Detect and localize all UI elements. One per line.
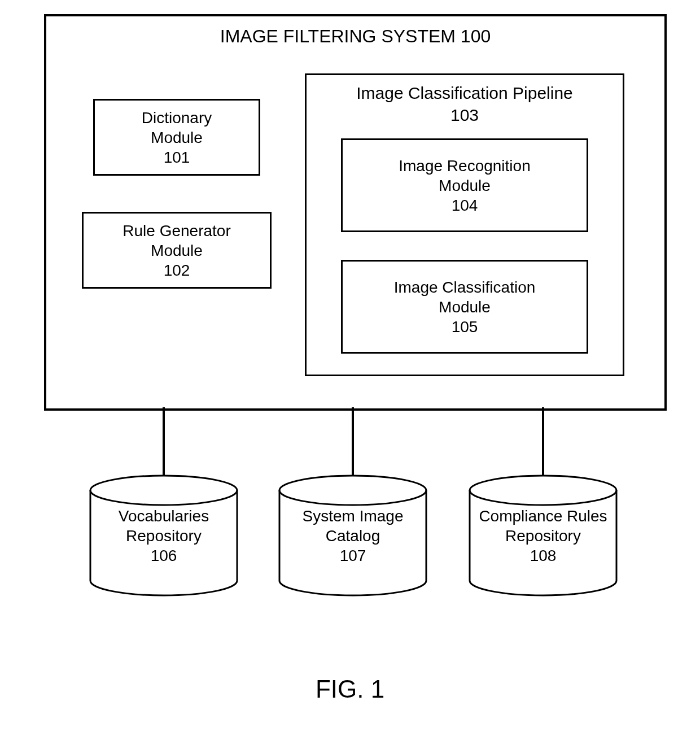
connector-rules — [542, 407, 544, 475]
rules-id: 108 — [530, 547, 557, 564]
recognition-module: Image Recognition Module 104 — [341, 138, 588, 232]
svg-point-1 — [279, 476, 426, 505]
pipeline-title: Image Classification Pipeline 103 — [307, 82, 623, 126]
rules-name: Compliance Rules — [479, 507, 607, 525]
rule-generator-module: Rule Generator Module 102 — [82, 212, 272, 289]
system-title: IMAGE FILTERING SYSTEM 100 — [46, 25, 664, 47]
classification-label: Module — [439, 297, 491, 317]
vocab-name: Vocabularies — [119, 507, 209, 525]
rule-label: Module — [151, 241, 203, 260]
diagram-canvas: IMAGE FILTERING SYSTEM 100 Dictionary Mo… — [0, 0, 700, 753]
dictionary-id: 101 — [164, 147, 190, 167]
rules-type: Repository — [505, 527, 581, 545]
pipeline-name: Image Classification Pipeline — [356, 84, 573, 102]
connector-vocab — [163, 407, 165, 475]
dictionary-name: Dictionary — [142, 108, 212, 128]
rule-id: 102 — [164, 260, 190, 280]
rules-label: Compliance Rules Repository 108 — [464, 506, 622, 565]
classification-module: Image Classification Module 105 — [341, 260, 588, 354]
vocab-repository: Vocabularies Repository 106 — [85, 473, 243, 598]
rule-name: Rule Generator — [123, 221, 230, 241]
connector-catalog — [352, 407, 354, 475]
svg-point-2 — [470, 476, 616, 505]
rules-repository: Compliance Rules Repository 108 — [464, 473, 622, 598]
figure-label: FIG. 1 — [0, 675, 700, 703]
catalog-repository: System Image Catalog 107 — [274, 473, 432, 598]
dictionary-label: Module — [151, 128, 203, 147]
catalog-id: 107 — [340, 547, 366, 564]
recognition-name: Image Recognition — [399, 156, 530, 176]
svg-point-0 — [90, 476, 237, 505]
vocab-label: Vocabularies Repository 106 — [85, 506, 243, 565]
dictionary-module: Dictionary Module 101 — [93, 99, 260, 176]
catalog-label: System Image Catalog 107 — [274, 506, 432, 565]
pipeline-id: 103 — [450, 106, 479, 124]
recognition-id: 104 — [452, 195, 478, 215]
catalog-name: System Image — [303, 507, 404, 525]
catalog-type: Catalog — [326, 527, 380, 545]
vocab-id: 106 — [151, 547, 177, 564]
classification-id: 105 — [452, 317, 478, 337]
vocab-type: Repository — [126, 527, 202, 545]
classification-name: Image Classification — [394, 277, 536, 297]
recognition-label: Module — [439, 176, 491, 195]
